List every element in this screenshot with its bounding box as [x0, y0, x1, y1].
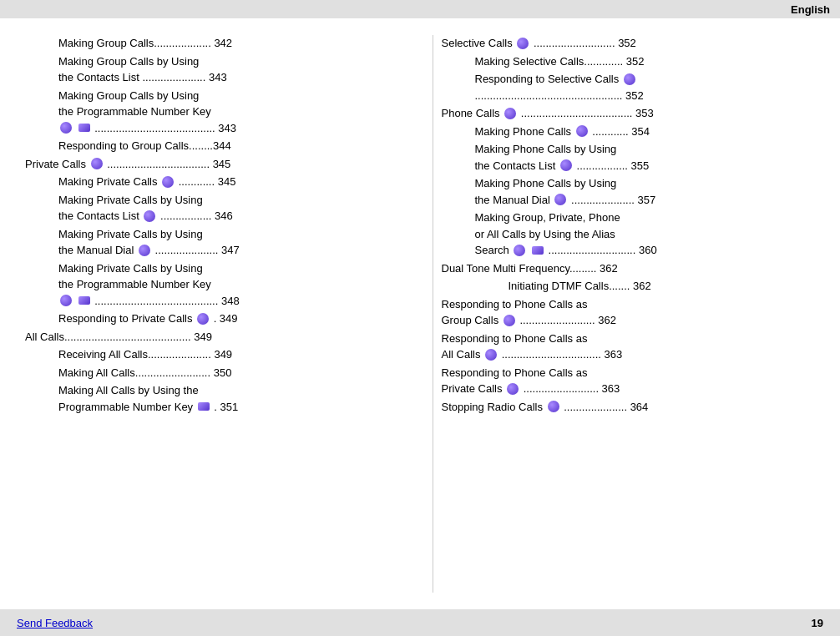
toc-entry-text: Making Phone Calls by Usingthe Contacts …: [475, 143, 650, 172]
icon-circle: [144, 210, 155, 222]
list-item: Making Private Calls by Usingthe Manual …: [58, 226, 399, 259]
icon-circle: [517, 38, 529, 49]
icon-circle: [560, 159, 572, 171]
icon-circle: [162, 176, 174, 188]
footer: Send Feedback 19: [0, 609, 840, 636]
toc-entry-text: Making All Calls by Using theProgrammabl…: [58, 384, 238, 413]
icon-circle: [576, 125, 588, 137]
toc-entry-text: Making Private Calls by Usingthe Program…: [58, 262, 240, 307]
list-item: Making Group Calls................... 34…: [58, 35, 399, 52]
icon-rect: [198, 402, 210, 411]
toc-entry-text: Making Private Calls ............ 345: [58, 175, 235, 188]
list-item: Responding to Phone Calls asGroup Calls …: [442, 296, 816, 329]
list-item: Making Phone Calls by Usingthe Manual Di…: [475, 175, 816, 208]
list-item: Initiating DTMF Calls....... 362: [509, 278, 816, 295]
list-item: Responding to Group Calls........344: [58, 138, 399, 154]
icon-circle: [197, 313, 209, 325]
toc-entry-text: Dual Tone Multi Frequency......... 362: [442, 262, 618, 275]
list-item: Making All Calls by Using theProgrammabl…: [58, 382, 399, 415]
list-item: Responding to Selective Calls ..........…: [475, 71, 816, 103]
icon-rect: [78, 296, 90, 305]
list-item: Phone Calls ............................…: [442, 105, 816, 122]
icon-circle: [504, 108, 516, 119]
icon-circle: [60, 122, 72, 134]
content-area: Making Group Calls................... 34…: [0, 18, 840, 609]
left-column: Making Group Calls................... 34…: [25, 35, 416, 593]
toc-entry-text: Making All Calls........................…: [58, 366, 231, 379]
toc-entry-text: Selective Calls ........................…: [442, 37, 636, 49]
list-item: Stopping Radio Calls ...................…: [442, 399, 816, 416]
list-item: All Calls...............................…: [25, 329, 399, 346]
toc-entry-text: Making Private Calls by Usingthe Contact…: [58, 194, 233, 223]
icon-circle: [91, 158, 103, 169]
toc-entry-text: Making Group Calls by Usingthe Contacts …: [58, 55, 227, 84]
icon-circle: [554, 194, 566, 205]
toc-entry-text: Making Private Calls by Usingthe Manual …: [58, 228, 240, 257]
list-item: Making Group Calls by Usingthe Contacts …: [58, 53, 399, 86]
toc-entry-text: Responding to Private Calls . 349: [58, 312, 238, 325]
language-label: English: [791, 3, 830, 16]
toc-entry-text: Making Group Calls................... 34…: [58, 37, 232, 49]
toc-entry-text: Making Group Calls by Usingthe Programma…: [58, 89, 236, 134]
icon-rect: [78, 124, 90, 132]
toc-entry-text: Making Selective Calls............. 352: [475, 55, 645, 68]
list-item: Making Phone Calls by Usingthe Contacts …: [475, 141, 816, 174]
icon-circle: [139, 245, 150, 256]
toc-entry-text: Responding to Phone Calls asAll Calls ..…: [442, 332, 623, 361]
list-item: Responding to Phone Calls asAll Calls ..…: [442, 331, 816, 363]
list-item: Making Private Calls ............ 345: [58, 174, 399, 190]
toc-entry-text: Private Calls ..........................…: [25, 158, 230, 170]
list-item: Making Selective Calls............. 352: [475, 53, 816, 70]
list-item: Making All Calls........................…: [58, 365, 399, 381]
list-item: Receiving All Calls.....................…: [58, 346, 399, 363]
icon-circle: [507, 383, 519, 395]
header: English: [0, 0, 840, 18]
list-item: Making Group, Private, Phoneor All Calls…: [475, 209, 816, 259]
icon-circle: [485, 349, 497, 361]
icon-circle: [503, 315, 515, 326]
page: English Making Group Calls..............…: [0, 0, 840, 636]
toc-entry-text: Making Phone Calls ............ 354: [475, 125, 650, 138]
list-item: Making Phone Calls ............ 354: [475, 124, 816, 140]
toc-entry-text: Phone Calls ............................…: [442, 107, 654, 119]
toc-entry-text: Responding to Group Calls........344: [58, 139, 231, 152]
list-item: Making Group Calls by Usingthe Programma…: [58, 88, 399, 137]
toc-entry-text: Stopping Radio Calls ...................…: [442, 401, 649, 413]
list-item: Making Private Calls by Usingthe Program…: [58, 260, 399, 310]
toc-entry-text: Initiating DTMF Calls....... 362: [509, 280, 651, 292]
icon-circle: [548, 401, 559, 412]
toc-entry-text: Responding to Selective Calls ..........…: [475, 73, 644, 102]
icon-circle: [514, 245, 525, 256]
toc-entry-text: Making Group, Private, Phoneor All Calls…: [475, 211, 657, 256]
icon-circle: [60, 295, 72, 306]
list-item: Private Calls ..........................…: [25, 156, 399, 173]
toc-entry-text: Making Phone Calls by Usingthe Manual Di…: [475, 177, 656, 206]
toc-entry-text: Responding to Phone Calls asGroup Calls …: [442, 298, 616, 327]
right-column: Selective Calls ........................…: [433, 35, 816, 593]
icon-circle: [624, 73, 635, 85]
toc-entry-text: All Calls...............................…: [25, 331, 212, 343]
page-number: 19: [812, 617, 823, 629]
toc-entry-text: Receiving All Calls.....................…: [58, 348, 232, 361]
send-feedback-link[interactable]: Send Feedback: [17, 617, 93, 629]
toc-entry-text: Responding to Phone Calls asPrivate Call…: [442, 366, 620, 396]
icon-rect: [532, 246, 544, 255]
list-item: Selective Calls ........................…: [442, 35, 816, 52]
list-item: Responding to Private Calls . 349: [58, 310, 399, 327]
list-item: Making Private Calls by Usingthe Contact…: [58, 192, 399, 225]
list-item: Dual Tone Multi Frequency......... 362: [442, 260, 816, 277]
list-item: Responding to Phone Calls asPrivate Call…: [442, 365, 816, 397]
